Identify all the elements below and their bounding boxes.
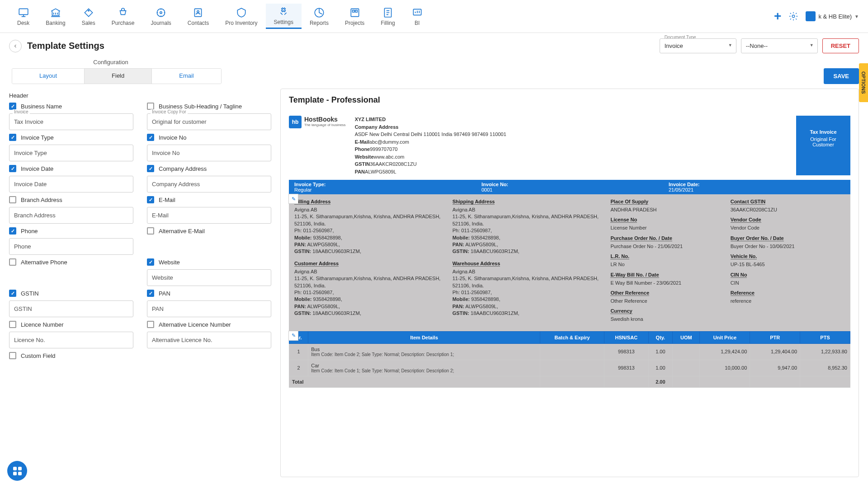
edit-address-icon[interactable]: ✎ xyxy=(288,194,298,204)
gear-icon[interactable] xyxy=(788,11,798,21)
field-checkbox[interactable] xyxy=(147,321,154,328)
options-side-tab[interactable]: OPTIONS xyxy=(859,63,868,102)
nav-purchase[interactable]: Purchase xyxy=(104,5,143,28)
field-input[interactable] xyxy=(147,207,271,224)
field-label: Business Name xyxy=(21,103,62,110)
nav-journals[interactable]: Journals xyxy=(142,5,179,28)
field-item: Alternative Licence Number xyxy=(147,321,271,348)
field-input[interactable] xyxy=(9,332,133,348)
field-input[interactable] xyxy=(9,207,133,224)
field-label: Phone xyxy=(21,228,38,235)
field-input[interactable] xyxy=(9,113,133,130)
tab-email[interactable]: Email xyxy=(152,69,221,84)
field-input[interactable] xyxy=(147,332,271,348)
field-checkbox[interactable] xyxy=(147,165,154,172)
field-checkbox[interactable] xyxy=(9,352,16,359)
field-checkbox[interactable] xyxy=(9,258,16,266)
field-item: GSTIN xyxy=(9,290,133,317)
field-label: Website xyxy=(159,259,180,266)
field-label: Custom Field xyxy=(21,352,56,359)
field-label: Alternative E-Mail xyxy=(159,228,205,235)
svg-point-5 xyxy=(197,10,199,12)
field-label: Branch Address xyxy=(21,197,62,203)
nav-banking[interactable]: Banking xyxy=(38,5,73,28)
apps-icon xyxy=(13,467,22,475)
apps-fab[interactable] xyxy=(7,461,27,481)
second-select[interactable]: --None-- xyxy=(741,38,818,53)
field-label: E-Mail xyxy=(159,197,175,203)
field-label: Business Sub-Heading / Tagline xyxy=(159,103,242,110)
field-item: Branch Address xyxy=(9,196,133,224)
address-block: Billing Address Avigna AB11-25, K. Sitha… xyxy=(294,199,447,255)
field-label: PAN xyxy=(159,290,170,297)
nav-reports[interactable]: Reports xyxy=(302,5,337,28)
configuration-label: Configuration xyxy=(9,59,212,66)
field-item: Phone xyxy=(9,227,133,255)
field-input[interactable] xyxy=(9,145,133,161)
field-checkbox[interactable] xyxy=(147,196,154,203)
field-checkbox[interactable] xyxy=(147,227,154,235)
nav-contacts[interactable]: Contacts xyxy=(179,5,217,28)
company-selector[interactable]: k & HB Elite) ▼ xyxy=(806,11,859,21)
table-header: Unit Price xyxy=(700,331,750,343)
svg-point-1 xyxy=(88,10,89,11)
field-checkbox[interactable] xyxy=(9,103,16,110)
field-input[interactable] xyxy=(9,300,133,317)
field-checkbox[interactable] xyxy=(147,290,154,297)
nav-settings[interactable]: Settings xyxy=(266,4,302,29)
nav-sales[interactable]: Sales xyxy=(74,5,104,28)
invoice-badge: Tax Invoice Original For Customer xyxy=(796,116,850,175)
company-logo-icon xyxy=(806,11,816,21)
table-header: Item Details xyxy=(308,331,540,343)
field-checkbox[interactable] xyxy=(9,290,16,297)
field-checkbox[interactable] xyxy=(9,196,16,203)
nav-projects[interactable]: Projects xyxy=(337,5,373,28)
table-header: HSN/SAC xyxy=(604,331,648,343)
svg-rect-7 xyxy=(352,10,354,12)
table-row: 1 BusItem Code: Item Code 2; Sale Type: … xyxy=(289,343,850,360)
field-item: Website xyxy=(147,258,271,286)
field-item: Custom Field xyxy=(9,352,133,359)
table-header: Batch & Expiry xyxy=(540,331,604,343)
nav-desk[interactable]: Desk xyxy=(9,5,38,28)
nav-proinventory[interactable]: Pro Inventory xyxy=(217,5,265,28)
nav-bi[interactable]: BI xyxy=(403,5,431,28)
field-checkbox[interactable] xyxy=(147,103,154,110)
field-input[interactable] xyxy=(147,145,271,161)
field-label: Licence Number xyxy=(21,321,64,328)
reset-button[interactable]: RESET xyxy=(822,38,859,53)
add-icon[interactable]: + xyxy=(774,9,781,23)
field-input[interactable] xyxy=(9,238,133,255)
field-checkbox[interactable] xyxy=(9,134,16,141)
tab-field[interactable]: Field xyxy=(85,69,152,84)
field-label: Alternative Licence Number xyxy=(159,321,231,328)
field-input[interactable] xyxy=(147,300,271,317)
doc-type-select[interactable]: Invoice xyxy=(660,38,736,53)
field-label: Alternative Phone xyxy=(21,259,67,266)
field-checkbox[interactable] xyxy=(9,165,16,172)
field-item: Invoice No xyxy=(147,134,271,161)
svg-point-11 xyxy=(793,15,795,18)
field-label: Invoice Date xyxy=(21,165,53,172)
desk-icon xyxy=(18,7,29,19)
field-input[interactable] xyxy=(9,176,133,192)
back-button[interactable] xyxy=(9,40,22,52)
field-input[interactable] xyxy=(147,176,271,192)
field-checkbox[interactable] xyxy=(147,134,154,141)
tab-layout[interactable]: Layout xyxy=(12,69,85,84)
save-button[interactable]: SAVE xyxy=(824,68,859,84)
nav-filling[interactable]: Filling xyxy=(373,5,403,28)
meta-column: Contact GSTIN36AAKCR0208C1ZUVendor CodeV… xyxy=(731,199,845,327)
field-checkbox[interactable] xyxy=(9,321,16,328)
svg-point-2 xyxy=(157,9,165,16)
edit-table-icon[interactable]: ✎ xyxy=(288,331,298,341)
purchase-icon xyxy=(117,7,129,19)
field-checkbox[interactable] xyxy=(9,227,16,235)
field-input[interactable] xyxy=(147,269,271,286)
top-nav: Desk Banking Sales Purchase Journals Con… xyxy=(0,0,868,33)
field-label: GSTIN xyxy=(21,290,39,297)
field-checkbox[interactable] xyxy=(147,258,154,266)
hb-logo-icon: hb xyxy=(289,116,302,128)
invoice-info-bar: Invoice Type:Regular Invoice No:0001 Inv… xyxy=(289,180,850,194)
field-input[interactable] xyxy=(147,113,271,130)
